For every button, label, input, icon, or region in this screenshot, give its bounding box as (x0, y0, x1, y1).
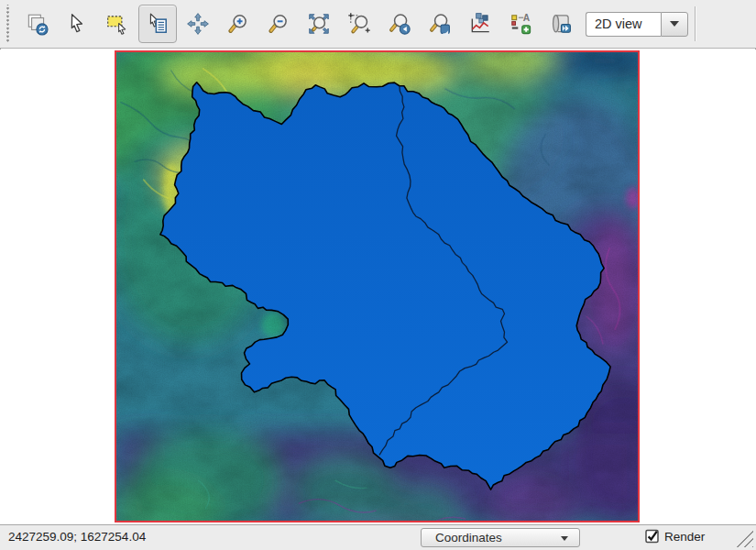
identify-icon (146, 12, 170, 36)
pan-button[interactable] (179, 5, 217, 43)
toolbar-drag-handle[interactable] (5, 5, 11, 43)
coordinates-readout: 2427259.09; 1627254.04 (8, 530, 146, 544)
view-mode-value[interactable]: 2D view (586, 12, 661, 37)
legend-classify-button[interactable]: A (501, 5, 540, 43)
zoom-out-icon (267, 12, 290, 36)
select-rectangle-button[interactable] (98, 5, 137, 43)
legend-letter-glyph: A (523, 13, 531, 23)
zoom-previous-icon (388, 12, 411, 36)
map-canvas[interactable] (0, 50, 756, 524)
map-raster[interactable] (115, 50, 640, 522)
statusbar-display-combobox[interactable]: Coordinates (421, 528, 580, 547)
dem-raster-image (116, 52, 638, 521)
zoom-full-extent-button[interactable] (300, 5, 338, 43)
view-mode-combobox: 2D view (586, 12, 688, 37)
pan-icon (186, 12, 210, 36)
zoom-full-extent-icon (307, 12, 331, 36)
export-view-icon (549, 12, 573, 36)
duplicate-view-icon (25, 12, 49, 36)
map-view-window: A 2D view (0, 0, 756, 550)
zoom-selection-icon (428, 12, 452, 36)
zoom-in-icon (226, 12, 250, 36)
map-toolbar: A 2D view (0, 0, 756, 49)
pointer-icon (65, 12, 89, 36)
pointer-button[interactable] (58, 5, 96, 43)
checkbox-checked-icon (645, 529, 660, 544)
zoom-in-button[interactable] (219, 5, 257, 43)
view-mode-dropdown-button[interactable] (661, 12, 688, 37)
export-view-button[interactable] (542, 5, 580, 43)
identify-button[interactable] (138, 5, 177, 43)
zoom-selection-button[interactable] (421, 5, 459, 43)
zoom-out-button[interactable] (259, 5, 298, 43)
chevron-down-icon (670, 21, 679, 27)
window-resize-grip[interactable] (735, 529, 753, 547)
statusbar: 2427259.09; 1627254.04 Coordinates Rende… (0, 524, 756, 550)
toolbar-separator (695, 6, 696, 41)
statusbar-display-value: Coordinates (435, 531, 502, 544)
zoom-rectangle-button[interactable] (340, 5, 378, 43)
histogram-icon (468, 12, 492, 36)
zoom-rectangle-icon (347, 12, 371, 36)
chevron-down-icon (561, 536, 568, 541)
histogram-button[interactable] (461, 5, 499, 43)
render-checkbox[interactable]: Render (645, 529, 705, 544)
render-checkbox-label: Render (664, 530, 705, 544)
zoom-previous-button[interactable] (380, 5, 419, 43)
select-rectangle-icon (105, 12, 129, 36)
duplicate-view-button[interactable] (17, 5, 56, 43)
legend-classify-icon: A (509, 12, 532, 36)
